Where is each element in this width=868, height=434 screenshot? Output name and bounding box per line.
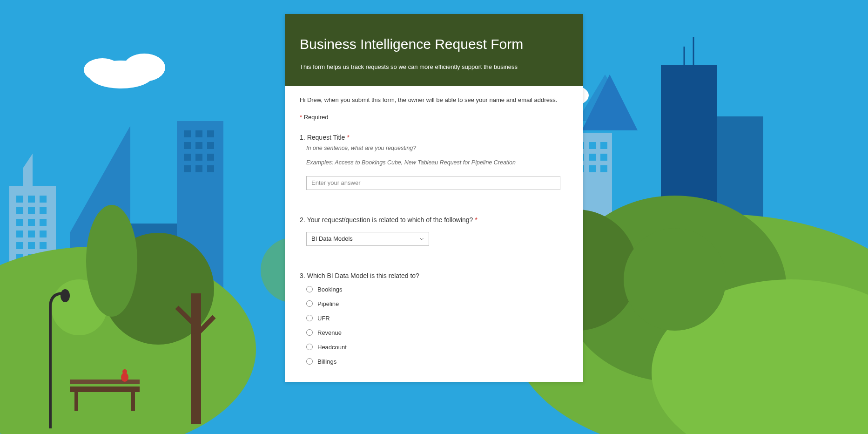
question-2-label: Your request/question is related to whic… <box>307 216 473 224</box>
question-1-help2: Examples: Access to Bookings Cube, New T… <box>306 159 568 166</box>
svg-point-66 <box>86 205 137 317</box>
form-header: Business Intelligence Request Form This … <box>285 14 583 86</box>
required-star-icon: * <box>300 114 302 121</box>
radio-label: Headcount <box>317 344 347 351</box>
svg-rect-32 <box>195 130 202 137</box>
svg-rect-15 <box>16 219 23 226</box>
question-2: 2. Your request/question is related to w… <box>300 216 568 246</box>
svg-rect-39 <box>207 154 214 161</box>
radio-icon <box>306 286 313 292</box>
question-1-label: Request Title <box>307 134 345 141</box>
related-to-select[interactable]: BI Data Models <box>306 232 429 246</box>
question-3: 3. Which BI Data Model is this related t… <box>300 272 568 365</box>
svg-rect-41 <box>195 165 202 172</box>
request-title-input[interactable] <box>306 176 560 190</box>
radio-icon <box>306 358 313 365</box>
required-label: Required <box>304 114 329 121</box>
svg-point-68 <box>624 228 726 331</box>
svg-rect-18 <box>16 231 23 237</box>
form-body: Hi Drew, when you submit this form, the … <box>285 86 583 382</box>
svg-rect-14 <box>40 207 47 214</box>
radio-option-pipeline[interactable]: Pipeline <box>306 300 568 307</box>
svg-rect-10 <box>28 196 35 203</box>
svg-rect-38 <box>195 154 202 161</box>
svg-rect-46 <box>600 142 607 149</box>
svg-rect-13 <box>28 207 35 214</box>
svg-rect-9 <box>16 196 23 203</box>
svg-rect-69 <box>191 293 201 424</box>
radio-label: Billings <box>317 358 336 365</box>
svg-rect-74 <box>70 387 140 392</box>
radio-icon <box>306 344 313 350</box>
svg-rect-11 <box>40 196 47 203</box>
question-1-help1: In one sentence, what are you requesting… <box>306 144 568 153</box>
svg-rect-17 <box>40 219 47 226</box>
svg-rect-22 <box>28 242 35 249</box>
question-1: 1. Request Title * In one sentence, what… <box>300 134 568 190</box>
question-3-label: Which BI Data Model is this related to? <box>307 272 419 279</box>
svg-rect-77 <box>131 392 135 411</box>
svg-rect-40 <box>184 165 191 172</box>
radio-label: Revenue <box>317 329 342 336</box>
question-1-label-row: 1. Request Title * <box>300 134 568 141</box>
radio-label: Bookings <box>317 286 342 293</box>
svg-point-3 <box>84 58 121 81</box>
question-2-label-row: 2. Your request/question is related to w… <box>300 216 568 224</box>
question-3-label-row: 3. Which BI Data Model is this related t… <box>300 272 568 279</box>
question-2-required: * <box>475 216 477 224</box>
radio-option-bookings[interactable]: Bookings <box>306 286 568 293</box>
question-1-number: 1. <box>300 134 305 141</box>
svg-rect-52 <box>600 165 607 172</box>
svg-rect-21 <box>16 242 23 249</box>
required-note: * Required <box>300 114 568 121</box>
svg-rect-35 <box>195 142 202 149</box>
greeting-text: Hi Drew, when you submit this form, the … <box>300 96 568 103</box>
svg-point-73 <box>61 289 70 302</box>
svg-rect-72 <box>49 307 52 428</box>
radio-icon <box>306 315 313 321</box>
radio-option-ufr[interactable]: UFR <box>306 315 568 322</box>
radio-icon <box>306 329 313 336</box>
svg-point-79 <box>122 369 127 374</box>
svg-rect-48 <box>589 154 596 161</box>
svg-rect-16 <box>28 219 35 226</box>
form-title: Business Intelligence Request Form <box>300 36 568 52</box>
question-2-number: 2. <box>300 216 305 224</box>
svg-rect-42 <box>207 165 214 172</box>
radio-icon <box>306 300 313 307</box>
svg-rect-20 <box>40 231 47 237</box>
svg-rect-37 <box>184 154 191 161</box>
form-card: Business Intelligence Request Form This … <box>285 14 583 382</box>
radio-option-billings[interactable]: Billings <box>306 358 568 365</box>
svg-rect-76 <box>74 392 78 411</box>
question-1-required: * <box>347 134 349 141</box>
svg-rect-23 <box>40 242 47 249</box>
svg-rect-19 <box>28 231 35 237</box>
radio-label: Pipeline <box>317 300 339 307</box>
svg-rect-31 <box>184 130 191 137</box>
radio-option-revenue[interactable]: Revenue <box>306 329 568 336</box>
related-to-select-value[interactable]: BI Data Models <box>306 232 429 246</box>
svg-rect-36 <box>207 142 214 149</box>
svg-point-2 <box>123 54 165 81</box>
svg-rect-45 <box>589 142 596 149</box>
svg-rect-33 <box>207 130 214 137</box>
svg-rect-49 <box>600 154 607 161</box>
radio-option-headcount[interactable]: Headcount <box>306 344 568 351</box>
data-model-radio-group: Bookings Pipeline UFR Revenue Headcount <box>306 286 568 365</box>
svg-rect-51 <box>589 165 596 172</box>
form-subtitle: This form helps us track requests so we … <box>300 63 568 70</box>
svg-rect-12 <box>16 207 23 214</box>
svg-rect-75 <box>70 380 140 384</box>
question-3-number: 3. <box>300 272 305 279</box>
radio-label: UFR <box>317 315 330 322</box>
svg-rect-34 <box>184 142 191 149</box>
